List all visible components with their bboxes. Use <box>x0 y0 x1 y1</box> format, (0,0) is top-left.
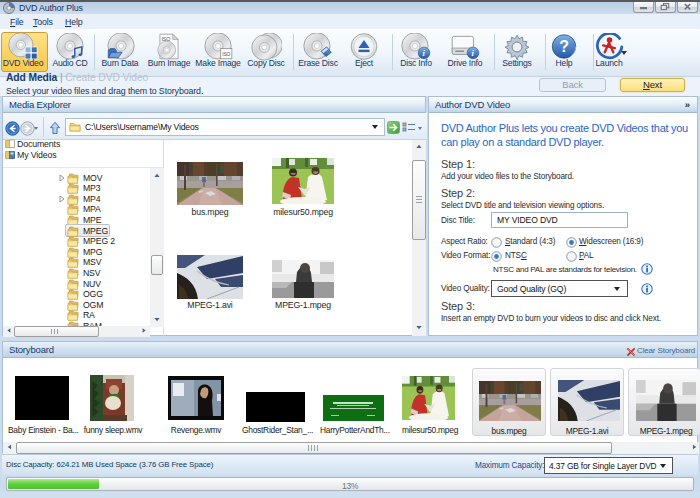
svg-text:?: ? <box>559 38 569 55</box>
svg-text:ISO: ISO <box>222 52 230 57</box>
